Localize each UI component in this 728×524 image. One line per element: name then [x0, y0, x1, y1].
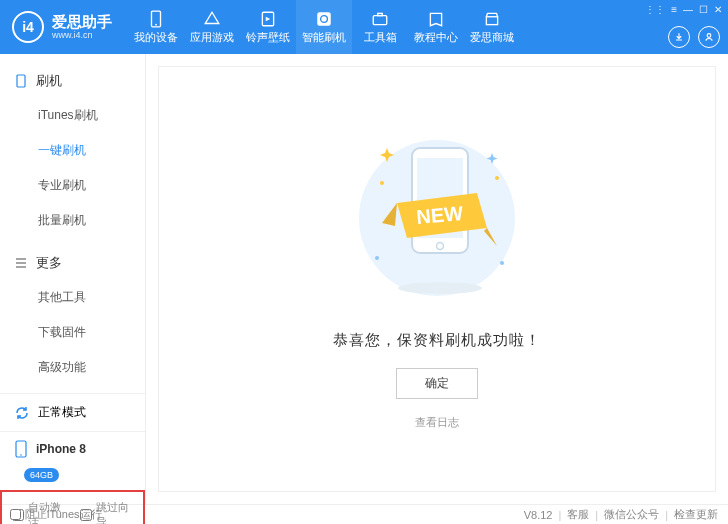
refresh-icon	[14, 405, 30, 421]
mode-indicator[interactable]: 正常模式	[0, 394, 145, 432]
menu-dots-icon[interactable]: ⋮⋮	[645, 4, 665, 15]
settings-icon[interactable]: ≡	[671, 4, 677, 15]
svg-point-15	[500, 261, 504, 265]
sidebar-item-batch-flash[interactable]: 批量刷机	[0, 203, 145, 238]
logo-icon: i4	[12, 11, 44, 43]
music-icon	[259, 10, 277, 28]
support-link[interactable]: 客服	[567, 507, 589, 522]
group-title: 更多	[36, 254, 62, 272]
book-icon	[427, 10, 445, 28]
window-controls: ⋮⋮ ≡ — ☐ ✕	[645, 4, 722, 15]
user-button[interactable]	[698, 26, 720, 48]
svg-rect-5	[378, 13, 383, 15]
sidebar-item-download-fw[interactable]: 下载固件	[0, 315, 145, 350]
nav-apps[interactable]: 应用游戏	[184, 0, 240, 54]
svg-point-19	[398, 282, 482, 294]
nav-flash[interactable]: 智能刷机	[296, 0, 352, 54]
checkbox-label: 阻止iTunes运行	[25, 507, 102, 522]
main-panel: NEW 恭喜您，保资料刷机成功啦！ 确定 查看日志	[158, 66, 716, 492]
svg-point-1	[155, 23, 157, 25]
new-banner-text: NEW	[416, 202, 465, 228]
sidebar-group-more[interactable]: 更多	[0, 246, 145, 280]
svg-rect-6	[486, 16, 497, 24]
block-itunes-checkbox[interactable]: 阻止iTunes运行	[10, 507, 102, 522]
list-icon	[14, 256, 28, 270]
svg-point-10	[20, 454, 22, 456]
sidebar-item-itunes-flash[interactable]: iTunes刷机	[0, 98, 145, 133]
success-illustration: NEW	[337, 128, 537, 311]
svg-point-13	[495, 176, 499, 180]
nav-my-device[interactable]: 我的设备	[128, 0, 184, 54]
maximize-icon[interactable]: ☐	[699, 4, 708, 15]
app-header: i4 爱思助手 www.i4.cn 我的设备 应用游戏 铃声壁纸 智能刷机 工具…	[0, 0, 728, 54]
phone-icon	[147, 10, 165, 28]
top-nav: 我的设备 应用游戏 铃声壁纸 智能刷机 工具箱 教程中心 爱思商城	[128, 0, 520, 54]
svg-point-7	[707, 34, 711, 38]
sidebar-group-flash[interactable]: 刷机	[0, 64, 145, 98]
phone-small-icon	[14, 74, 28, 88]
success-message: 恭喜您，保资料刷机成功啦！	[333, 331, 541, 350]
nav-label: 应用游戏	[190, 30, 234, 45]
nav-label: 工具箱	[364, 30, 397, 45]
minimize-icon[interactable]: —	[683, 4, 693, 15]
sidebar-item-other-tools[interactable]: 其他工具	[0, 280, 145, 315]
download-button[interactable]	[668, 26, 690, 48]
update-link[interactable]: 检查更新	[674, 507, 718, 522]
nav-label: 爱思商城	[470, 30, 514, 45]
sidebar-item-pro-flash[interactable]: 专业刷机	[0, 168, 145, 203]
app-logo: i4 爱思助手 www.i4.cn	[0, 11, 124, 43]
mode-label: 正常模式	[38, 404, 86, 421]
nav-label: 教程中心	[414, 30, 458, 45]
ok-button[interactable]: 确定	[396, 368, 478, 399]
storage-badge: 64GB	[24, 468, 59, 482]
svg-rect-8	[17, 75, 25, 87]
nav-ringtones[interactable]: 铃声壁纸	[240, 0, 296, 54]
device-name: iPhone 8	[36, 442, 86, 456]
nav-store[interactable]: 爱思商城	[464, 0, 520, 54]
nav-tutorials[interactable]: 教程中心	[408, 0, 464, 54]
nav-label: 我的设备	[134, 30, 178, 45]
flash-icon	[315, 10, 333, 28]
device-indicator[interactable]: iPhone 8	[0, 432, 145, 466]
app-name: 爱思助手	[52, 14, 112, 31]
nav-toolbox[interactable]: 工具箱	[352, 0, 408, 54]
close-icon[interactable]: ✕	[714, 4, 722, 15]
apps-icon	[203, 10, 221, 28]
store-icon	[483, 10, 501, 28]
svg-point-12	[380, 181, 384, 185]
device-icon	[14, 440, 28, 458]
sidebar-item-advanced[interactable]: 高级功能	[0, 350, 145, 385]
toolbox-icon	[371, 10, 389, 28]
sidebar: 刷机 iTunes刷机 一键刷机 专业刷机 批量刷机 更多 其他工具 下载固件 …	[0, 54, 146, 504]
svg-rect-3	[317, 12, 331, 26]
svg-point-14	[375, 256, 379, 260]
version-label: V8.12	[524, 509, 553, 521]
sidebar-item-onekey-flash[interactable]: 一键刷机	[0, 133, 145, 168]
nav-label: 智能刷机	[302, 30, 346, 45]
nav-label: 铃声壁纸	[246, 30, 290, 45]
view-log-link[interactable]: 查看日志	[415, 415, 459, 430]
app-url: www.i4.cn	[52, 30, 112, 40]
wechat-link[interactable]: 微信公众号	[604, 507, 659, 522]
svg-rect-4	[373, 15, 387, 24]
group-title: 刷机	[36, 72, 62, 90]
